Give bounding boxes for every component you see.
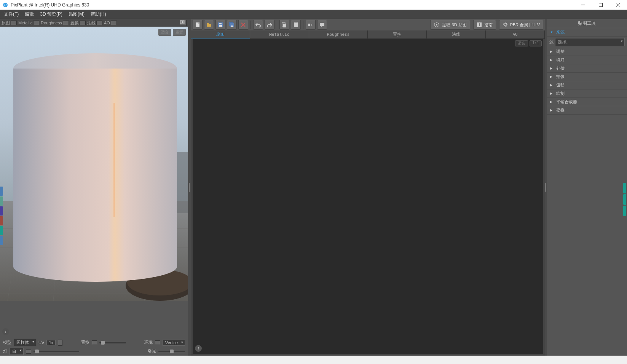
edge-tab-l2[interactable]	[0, 196, 3, 206]
menu-3d-preview[interactable]: 3D 预览(P)	[40, 11, 62, 18]
extract-3d-button[interactable]: 提取 3D 贴图	[430, 20, 470, 30]
preview-info-button[interactable]: i	[2, 328, 9, 335]
source-label: 源	[549, 39, 554, 45]
transfer-button[interactable]	[306, 20, 316, 30]
section-compensate[interactable]: ▶补偿	[547, 64, 627, 73]
maximize-button[interactable]	[592, 0, 609, 10]
preview-viewport[interactable]: 适合 重置 i	[0, 27, 188, 337]
save-button[interactable]	[215, 20, 225, 30]
uv-value[interactable]: 1x	[46, 340, 56, 345]
section-fillgood[interactable]: ▶填好	[547, 56, 627, 64]
channel-ao-toggle[interactable]: AO	[104, 21, 117, 25]
displace-slider[interactable]	[99, 342, 126, 343]
canvas-fit-button[interactable]: 适合	[515, 40, 528, 46]
section-transform[interactable]: ▶变换	[547, 106, 627, 115]
channel-roughness-toggle[interactable]: Roughness	[41, 21, 69, 25]
section-adjust[interactable]: ▶调整	[547, 48, 627, 56]
collapse-icon: ▶	[550, 67, 554, 70]
edge-tab-3[interactable]	[623, 206, 626, 216]
undo-button[interactable]	[253, 20, 263, 30]
redo-button[interactable]	[265, 20, 274, 30]
minimize-button[interactable]	[574, 0, 592, 10]
svg-rect-3	[599, 3, 603, 6]
paste-button[interactable]	[291, 20, 301, 30]
comment-button[interactable]	[317, 20, 327, 30]
section-transfer[interactable]: ▶偏移	[547, 81, 627, 89]
menu-texture[interactable]: 贴图(M)	[69, 11, 85, 18]
svg-rect-28	[219, 25, 222, 27]
canvas-area[interactable]: 适合 1:1 i	[193, 39, 543, 354]
gear-icon	[503, 22, 508, 27]
preview-fit-button[interactable]: 适合	[158, 29, 171, 36]
collapse-icon: ▶	[550, 83, 554, 87]
section-tile-synth[interactable]: ▶平铺合成器	[547, 98, 627, 106]
svg-rect-22	[13, 69, 177, 267]
source-dropdown[interactable]: 选择...	[555, 38, 625, 46]
tab-normal[interactable]: 法线	[427, 30, 486, 38]
tab-roughness[interactable]: Roughness	[309, 30, 368, 38]
canvas-info-button[interactable]: i	[195, 345, 202, 352]
source-row: 源 选择...	[547, 37, 627, 48]
tab-diffuse[interactable]: 原图	[191, 30, 250, 38]
collapse-icon: ▶	[550, 100, 554, 104]
close-button[interactable]	[609, 0, 627, 10]
edge-tab-1[interactable]	[623, 183, 626, 193]
tab-ao[interactable]: AO	[486, 30, 545, 38]
env-label: 环境	[144, 340, 153, 345]
svg-text:P: P	[4, 3, 6, 7]
section-snapshot[interactable]: ▶拍像	[547, 73, 627, 81]
tab-metallic[interactable]: Metallic	[250, 30, 309, 38]
canvas-ratio-button[interactable]: 1:1	[530, 40, 542, 46]
tab-displace[interactable]: 置换	[368, 30, 427, 38]
close-texture-button[interactable]	[238, 20, 248, 30]
menu-edit[interactable]: 编辑	[25, 11, 34, 18]
edge-tab-l5[interactable]	[0, 226, 3, 235]
guide-button[interactable]: i 指南	[473, 20, 496, 30]
preview-overlay: 适合 重置	[158, 29, 186, 36]
save-all-button[interactable]	[227, 20, 237, 30]
edge-tab-l1[interactable]	[0, 187, 3, 196]
detach-preview-button[interactable]	[180, 20, 187, 26]
svg-marker-41	[321, 26, 322, 27]
collapse-icon: ▶	[550, 50, 554, 53]
open-button[interactable]	[204, 20, 214, 30]
uv-spinner[interactable]	[58, 340, 62, 346]
edge-tab-2[interactable]	[623, 194, 626, 205]
section-source[interactable]: ▼ 来源	[547, 28, 627, 37]
env-checkbox[interactable]	[155, 340, 160, 345]
svg-rect-36	[283, 24, 286, 27]
exposure-slider[interactable]	[158, 351, 185, 352]
window-controls	[574, 0, 627, 10]
displace-checkbox[interactable]	[92, 340, 97, 345]
section-draw[interactable]: ▶绘制	[547, 89, 627, 98]
light-slider[interactable]	[34, 351, 79, 352]
pbr-mode-button[interactable]: PBR 金属 | H+V	[499, 20, 543, 30]
model-dropdown[interactable]: 圆柱体	[14, 339, 36, 346]
env-dropdown[interactable]: Venice	[163, 340, 185, 346]
channel-displace-toggle[interactable]: 置换	[70, 20, 86, 26]
channel-toggle-bar: 原图 Metallic Roughness 置换 法线 AO	[0, 19, 188, 27]
preview-reset-button[interactable]: 重置	[173, 29, 186, 36]
menu-help[interactable]: 帮助(H)	[91, 11, 106, 18]
svg-rect-39	[308, 24, 310, 26]
canvas-overlay: 适合 1:1	[515, 40, 542, 46]
channel-diffuse-toggle[interactable]: 原图	[2, 20, 17, 26]
new-button[interactable]	[193, 20, 203, 30]
svg-point-23	[13, 251, 177, 282]
svg-rect-38	[295, 22, 297, 23]
copy-button[interactable]	[279, 20, 289, 30]
light-checkbox[interactable]	[26, 349, 31, 354]
edge-tab-l3[interactable]	[0, 206, 3, 216]
splitter-left[interactable]	[188, 19, 191, 356]
light-dropdown[interactable]: 自	[10, 348, 24, 355]
edge-tab-l4[interactable]	[0, 216, 3, 225]
menu-file[interactable]: 文件(F)	[4, 11, 19, 18]
edge-tab-l6[interactable]	[0, 236, 3, 245]
svg-rect-32	[231, 26, 233, 27]
statusbar	[0, 356, 627, 364]
svg-rect-40	[320, 23, 324, 26]
channel-normal-toggle[interactable]: 法线	[87, 20, 102, 26]
svg-line-51	[504, 23, 504, 24]
splitter-right[interactable]	[545, 19, 547, 356]
channel-metallic-toggle[interactable]: Metallic	[18, 21, 39, 25]
